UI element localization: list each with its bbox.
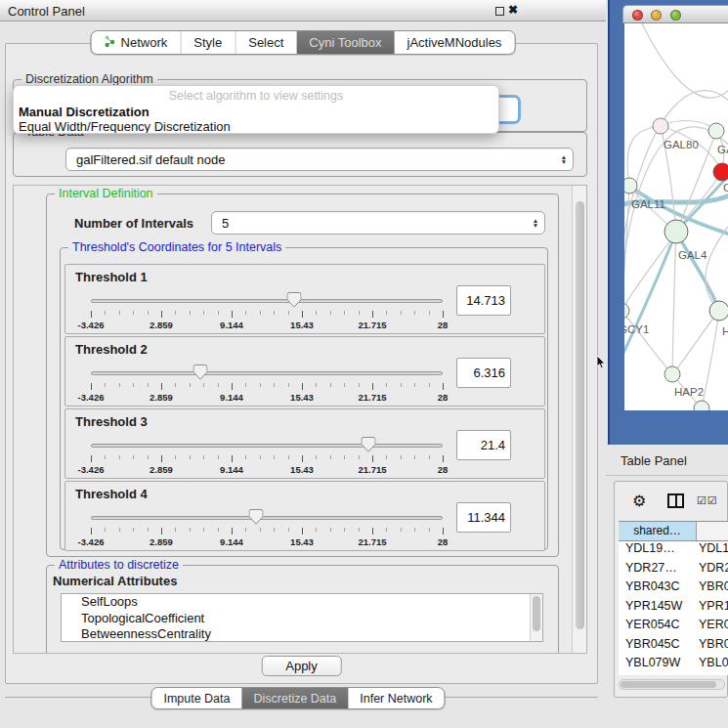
table-row[interactable]: YPR145WYPR1 xyxy=(619,599,728,619)
tab-infer-network[interactable]: Infer Network xyxy=(348,688,444,708)
number-of-intervals-combo[interactable]: 5 ▲▼ xyxy=(211,211,545,235)
network-node-node-selected-red[interactable] xyxy=(713,163,728,181)
tick-mark xyxy=(359,383,360,387)
table-horizontal-scrollbar[interactable] xyxy=(619,679,725,690)
tab-cyni-toolbox[interactable]: Cyni Toolbox xyxy=(296,31,394,54)
tick-mark xyxy=(401,311,402,315)
threshold-value-field[interactable]: 21.4 xyxy=(456,430,511,460)
tick-label: -3.426 xyxy=(78,464,105,475)
table-row[interactable]: YER054CYER0 xyxy=(619,618,728,637)
network-node-gcy1[interactable] xyxy=(624,303,629,319)
slider-track[interactable] xyxy=(91,444,443,448)
tick-mark xyxy=(203,311,204,315)
slider-track[interactable] xyxy=(91,371,443,375)
network-node-gal11[interactable] xyxy=(624,178,637,193)
apply-button[interactable]: Apply xyxy=(261,656,342,676)
network-node-label-gal4: GAL4 xyxy=(678,249,707,261)
table-row[interactable]: YLR345WYLR3 xyxy=(619,675,728,676)
network-window-titlebar[interactable] xyxy=(622,5,728,23)
tab-discretize-data[interactable]: Discretize Data xyxy=(242,688,349,708)
table-row[interactable]: YBL079WYBL0 xyxy=(619,656,728,675)
threshold-slider[interactable] xyxy=(91,366,443,382)
tick-mark xyxy=(344,311,345,315)
attribute-item-topologicalcoefficient[interactable]: TopologicalCoefficient xyxy=(62,611,542,627)
slider-track[interactable] xyxy=(91,299,443,303)
cell-name: YBL0 xyxy=(697,656,728,675)
network-node-gal80[interactable] xyxy=(653,118,668,134)
column-header-shared-[interactable]: shared… xyxy=(619,522,697,540)
tick-label: 2.859 xyxy=(150,464,173,475)
node-table[interactable]: shared…na YDL19…YDL1YDR27…YDR2YBR043CYBR… xyxy=(619,521,728,675)
tick-mark xyxy=(105,455,106,459)
tab-label: Style xyxy=(193,35,222,50)
algorithm-option-manual-discretization[interactable]: Manual Discretization xyxy=(19,105,150,119)
network-node-hap2[interactable] xyxy=(664,366,680,382)
tick-label: 15.43 xyxy=(290,392,314,403)
select-columns-checkbox-icons[interactable]: ☑☑ xyxy=(697,494,718,507)
tick-mark xyxy=(105,528,106,532)
threshold-value-field[interactable]: 6.316 xyxy=(456,358,511,388)
thresholds-group-title: Threshold's Coordinates for 5 Intervals xyxy=(68,240,285,254)
numerical-attributes-list[interactable]: SelfLoopsTopologicalCoefficientBetweenne… xyxy=(61,593,543,642)
tab-jactivemnodules[interactable]: jActiveMNodules xyxy=(395,31,515,54)
minimize-traffic-icon[interactable] xyxy=(651,10,662,21)
table-row[interactable]: YBR043CYBR0 xyxy=(619,579,728,599)
algorithm-option-equal-width-frequency-discretization[interactable]: Equal Width/Frequency Discretization xyxy=(19,119,231,134)
table-panel-title: Table Panel xyxy=(621,453,687,468)
table-scrollbar-thumb[interactable] xyxy=(621,681,716,688)
network-node-h-node[interactable] xyxy=(709,301,728,321)
float-window-icon[interactable] xyxy=(495,7,504,16)
table-row[interactable]: YDL19…YDL1 xyxy=(619,541,728,561)
threshold-panel-3: Threshold 3-3.4262.8599.14415.4321.71528… xyxy=(64,408,545,479)
tick-mark xyxy=(316,383,317,387)
table-data-combo[interactable]: galFiltered.sif default node ▲▼ xyxy=(65,148,574,171)
threshold-value-field[interactable]: 14.713 xyxy=(456,285,511,316)
threshold-value-field[interactable]: 11.344 xyxy=(456,502,511,533)
gear-icon[interactable]: ⚙ xyxy=(632,492,646,510)
network-node-gal4[interactable] xyxy=(664,220,688,243)
threshold-slider[interactable] xyxy=(91,439,443,454)
table-row[interactable]: YDR27…YDR2 xyxy=(619,561,728,580)
column-header-na[interactable]: na xyxy=(697,522,728,540)
tick-mark xyxy=(133,528,134,532)
attribute-item-betweennesscentrality[interactable]: BetweennessCentrality xyxy=(62,626,542,642)
cell-name: YBR0 xyxy=(697,579,728,599)
table-row[interactable]: YBR045CYBR0 xyxy=(619,637,728,657)
attributes-scrollbar[interactable] xyxy=(530,594,542,641)
slider-thumb[interactable] xyxy=(193,364,207,380)
settings-scrollbar[interactable] xyxy=(572,186,586,653)
close-traffic-icon[interactable] xyxy=(632,10,643,21)
network-node-label-c: C xyxy=(723,182,728,193)
tick-mark xyxy=(218,528,219,532)
tab-label: jActiveMNodules xyxy=(407,35,502,50)
tick-mark xyxy=(91,455,92,462)
slider-thumb[interactable] xyxy=(286,292,301,308)
tab-style[interactable]: Style xyxy=(180,31,235,54)
tab-label: Cyni Toolbox xyxy=(309,35,381,50)
tick-mark xyxy=(443,311,444,318)
network-node-node-top-right[interactable] xyxy=(708,123,724,139)
tick-mark xyxy=(245,528,246,532)
zoom-traffic-icon[interactable] xyxy=(670,10,681,21)
threshold-slider[interactable] xyxy=(91,511,443,527)
attribute-item-selfloops[interactable]: SelfLoops xyxy=(62,594,542,611)
slider-track[interactable] xyxy=(91,516,443,520)
tab-impute-data[interactable]: Impute Data xyxy=(151,688,241,708)
slider-thumb[interactable] xyxy=(249,509,264,525)
tick-label: -3.426 xyxy=(78,320,105,330)
attributes-group-title: Attributes to discretize xyxy=(55,558,183,572)
split-view-icon[interactable] xyxy=(667,493,684,508)
table-panel-header: Table Panel xyxy=(606,445,728,476)
slider-thumb[interactable] xyxy=(362,437,376,452)
settings-scrollbar-thumb[interactable] xyxy=(576,201,584,629)
cell-shared-name: YDR27… xyxy=(619,561,697,580)
network-view-window: GAL80GACGAL11GAL4GCY1HHAP2 xyxy=(608,0,728,445)
tab-network[interactable]: Network xyxy=(92,31,181,54)
tick-mark xyxy=(274,455,275,459)
network-canvas[interactable]: GAL80GACGAL11GAL4GCY1HHAP2 xyxy=(624,23,728,410)
cyni-bottom-tabs: Impute DataDiscretize DataInfer Network xyxy=(150,687,445,709)
slider-ticks xyxy=(91,383,443,391)
tab-select[interactable]: Select xyxy=(235,31,296,54)
threshold-slider[interactable] xyxy=(91,294,443,310)
close-icon[interactable]: ✖ xyxy=(508,3,518,17)
